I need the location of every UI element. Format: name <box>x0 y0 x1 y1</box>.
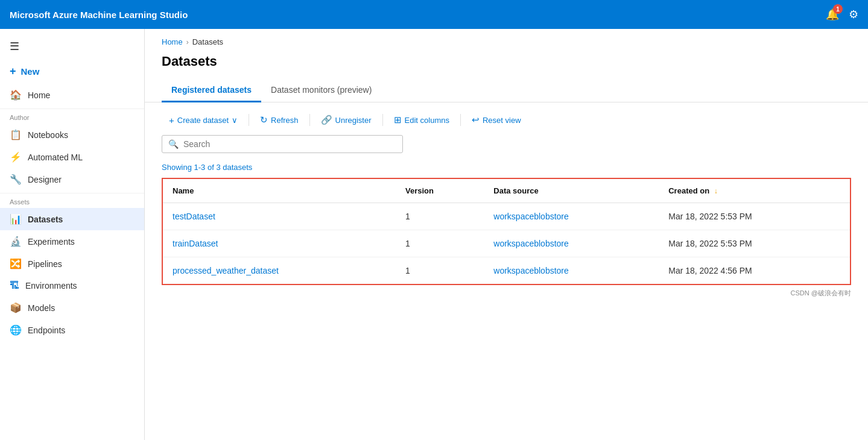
sidebar-item-environments[interactable]: 🏗 Environments <box>0 275 144 297</box>
search-input[interactable] <box>183 139 396 149</box>
table-row: trainDataset1workspaceblobstoreMar 18, 2… <box>162 230 851 257</box>
hamburger-button[interactable]: ☰ <box>0 34 144 59</box>
models-icon: 📦 <box>10 302 22 313</box>
sidebar-item-endpoints[interactable]: 🌐 Endpoints <box>0 319 144 341</box>
col-header-version[interactable]: Version <box>396 178 484 203</box>
sidebar-label-home: Home <box>28 90 50 100</box>
refresh-icon: ↻ <box>260 115 268 125</box>
table-row: testDataset1workspaceblobstoreMar 18, 20… <box>162 203 851 230</box>
dataset-name-link-2[interactable]: processed_weather_dataset <box>173 266 279 275</box>
breadcrumb-home[interactable]: Home <box>162 37 183 46</box>
cell-datasource-0: workspaceblobstore <box>484 203 659 230</box>
app-title: Microsoft Azure Machine Learning Studio <box>10 10 826 20</box>
author-section-label: Author <box>0 108 144 124</box>
reset-view-icon: ↩ <box>472 115 480 125</box>
experiments-icon: 🔬 <box>10 236 22 247</box>
edit-columns-icon: ⊞ <box>394 115 402 125</box>
showing-text: Showing <box>162 163 192 172</box>
tab-dataset-monitors[interactable]: Dataset monitors (preview) <box>261 79 381 102</box>
toolbar: + Create dataset ∨ ↻ Refresh 🔗 Unregiste… <box>145 102 868 135</box>
sidebar-item-automated-ml[interactable]: ⚡ Automated ML <box>0 146 144 168</box>
unregister-icon: 🔗 <box>321 115 332 125</box>
search-container: 🔍 <box>145 135 868 160</box>
sidebar-item-datasets[interactable]: 📊 Datasets <box>0 208 144 230</box>
notification-badge: 1 <box>833 4 843 14</box>
cell-version-1: 1 <box>396 230 484 257</box>
datasource-link-1[interactable]: workspaceblobstore <box>493 239 569 248</box>
sidebar-label-designer: Designer <box>28 175 62 184</box>
tab-registered-label: Registered datasets <box>171 85 252 95</box>
unregister-button[interactable]: 🔗 Unregister <box>314 111 379 129</box>
cell-name-0: testDataset <box>162 203 396 230</box>
cell-datasource-1: workspaceblobstore <box>484 230 659 257</box>
toolbar-sep-1 <box>249 114 249 126</box>
sort-desc-icon: ↓ <box>714 187 718 195</box>
new-label: New <box>21 66 40 77</box>
sidebar-item-experiments[interactable]: 🔬 Experiments <box>0 230 144 253</box>
sidebar-item-home[interactable]: 🏠 Home <box>0 84 144 106</box>
sidebar-item-pipelines[interactable]: 🔀 Pipelines <box>0 253 144 275</box>
settings-button[interactable]: ⚙ <box>849 8 858 21</box>
cell-createdon-2: Mar 18, 2022 4:56 PM <box>659 257 851 285</box>
col-header-createdon[interactable]: Created on ↓ <box>659 178 851 203</box>
col-header-name[interactable]: Name <box>162 178 396 203</box>
toolbar-sep-3 <box>382 114 383 126</box>
datasource-link-2[interactable]: workspaceblobstore <box>493 266 569 275</box>
designer-icon: 🔧 <box>10 174 22 185</box>
page-title: Datasets <box>145 51 868 79</box>
sidebar-label-models: Models <box>28 303 55 313</box>
toolbar-sep-2 <box>309 114 310 126</box>
reset-view-button[interactable]: ↩ Reset view <box>464 111 528 129</box>
topbar-icons: 🔔 1 ⚙ <box>826 8 858 21</box>
automated-ml-icon: ⚡ <box>10 151 22 163</box>
tabs-container: Registered datasets Dataset monitors (pr… <box>145 79 868 102</box>
sidebar-item-designer[interactable]: 🔧 Designer <box>0 168 144 190</box>
datasource-link-0[interactable]: workspaceblobstore <box>493 212 569 221</box>
toolbar-sep-4 <box>460 114 461 126</box>
dataset-name-link-1[interactable]: trainDataset <box>173 239 218 248</box>
sidebar-label-experiments: Experiments <box>28 237 75 247</box>
topbar: Microsoft Azure Machine Learning Studio … <box>0 0 868 29</box>
watermark: CSDN @破浪会有时 <box>145 285 868 301</box>
cell-name-1: trainDataset <box>162 230 396 257</box>
dataset-name-link-0[interactable]: testDataset <box>173 212 215 221</box>
cell-version-2: 1 <box>396 257 484 285</box>
col-header-datasource[interactable]: Data source <box>484 178 659 203</box>
search-icon: 🔍 <box>168 139 179 149</box>
edit-columns-button[interactable]: ⊞ Edit columns <box>387 111 457 129</box>
sidebar-label-datasets: Datasets <box>28 215 63 224</box>
environments-icon: 🏗 <box>10 280 19 291</box>
new-button[interactable]: + New <box>0 59 144 84</box>
create-dataset-label: Create dataset <box>177 116 229 125</box>
create-caret-icon: ∨ <box>232 116 238 125</box>
sidebar-item-models[interactable]: 📦 Models <box>0 297 144 319</box>
content-area: Home › Datasets Datasets Registered data… <box>145 29 868 440</box>
cell-version-0: 1 <box>396 203 484 230</box>
sidebar-item-notebooks[interactable]: 📋 Notebooks <box>0 124 144 146</box>
datasets-icon: 📊 <box>10 213 22 225</box>
showing-range: 1-3 <box>194 163 206 172</box>
unregister-label: Unregister <box>335 116 372 125</box>
main-layout: ☰ + New 🏠 Home Author 📋 Notebooks ⚡ Auto… <box>0 29 868 440</box>
breadcrumb-current: Datasets <box>192 37 223 46</box>
notebooks-icon: 📋 <box>10 129 22 140</box>
tab-registered-datasets[interactable]: Registered datasets <box>162 79 261 102</box>
datasets-table: Name Version Data source Created on ↓ te… <box>162 178 851 285</box>
plus-icon: + <box>10 65 16 78</box>
table-row: processed_weather_dataset1workspaceblobs… <box>162 257 851 285</box>
home-icon: 🏠 <box>10 89 22 101</box>
sidebar-label-environments: Environments <box>25 281 77 291</box>
tab-monitors-label: Dataset monitors (preview) <box>271 85 372 95</box>
showing-suffix: of 3 datasets <box>207 163 252 172</box>
edit-columns-label: Edit columns <box>405 116 449 125</box>
assets-section-label: Assets <box>0 193 144 208</box>
cell-createdon-1: Mar 18, 2022 5:53 PM <box>659 230 851 257</box>
sidebar: ☰ + New 🏠 Home Author 📋 Notebooks ⚡ Auto… <box>0 29 145 440</box>
sidebar-label-notebooks: Notebooks <box>28 130 68 140</box>
refresh-label: Refresh <box>271 116 299 125</box>
sidebar-label-pipelines: Pipelines <box>28 259 62 269</box>
sidebar-label-automated-ml: Automated ML <box>28 152 83 162</box>
create-dataset-button[interactable]: + Create dataset ∨ <box>162 112 245 129</box>
notification-button[interactable]: 🔔 1 <box>826 8 839 21</box>
refresh-button[interactable]: ↻ Refresh <box>253 111 306 129</box>
